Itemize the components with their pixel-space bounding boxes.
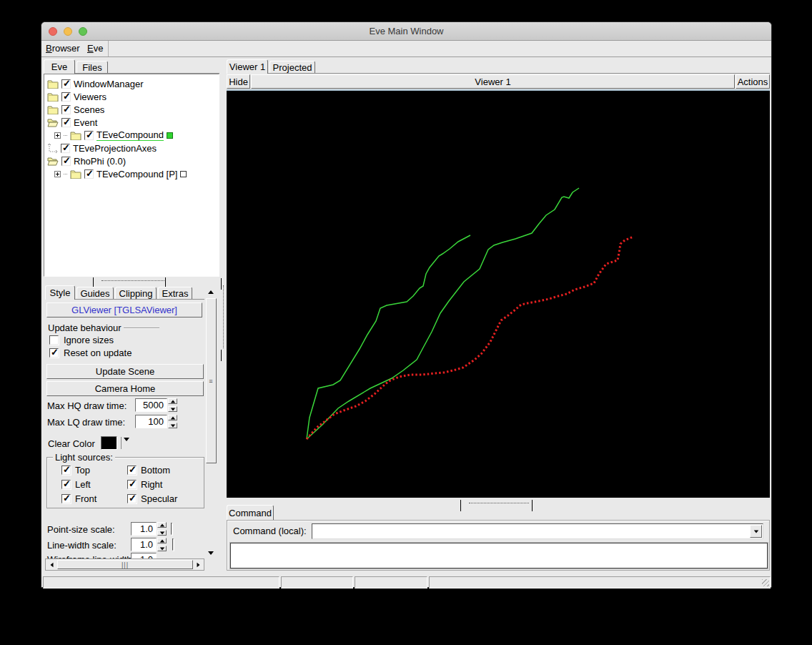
tree-checkbox[interactable] — [61, 144, 70, 153]
scroll-right-icon[interactable] — [193, 560, 203, 569]
light-bottom-checkbox[interactable] — [127, 466, 137, 475]
tab-extras[interactable]: Extras — [158, 287, 192, 300]
spin-down-icon[interactable] — [168, 423, 177, 428]
ignore-sizes-row[interactable]: Ignore sizes — [49, 335, 114, 345]
vscroll-thumb[interactable]: ≡ — [206, 298, 217, 463]
scroll-down-icon[interactable] — [205, 548, 217, 558]
viewer-title-bar[interactable]: Viewer 1 — [251, 74, 735, 89]
reset-on-update-row[interactable]: Reset on update — [49, 348, 132, 358]
splitter-line[interactable] — [102, 280, 164, 281]
tab-style[interactable]: Style — [45, 285, 75, 300]
tab-projected[interactable]: Projected — [269, 61, 315, 74]
light-specular-row[interactable]: Specular — [127, 493, 177, 504]
clear-color-swatch[interactable] — [101, 436, 117, 450]
max-hq-spinner[interactable] — [168, 398, 177, 412]
tree-checkbox[interactable] — [61, 157, 71, 166]
tree-item-teveprojectionaxes[interactable]: TEveProjectionAxes — [47, 142, 217, 154]
tab-viewer1[interactable]: Viewer 1 — [227, 59, 268, 74]
scroll-left-icon[interactable] — [46, 560, 56, 569]
command-combobox[interactable] — [312, 523, 763, 539]
camera-home-button[interactable]: Camera Home — [46, 381, 204, 396]
light-top-checkbox[interactable] — [61, 466, 71, 475]
tree-item-windowmanager[interactable]: WindowManager — [47, 77, 217, 90]
max-lq-input[interactable]: 100 — [135, 415, 167, 428]
splitter-handle-icon[interactable] — [532, 500, 533, 511]
splitter-line[interactable] — [469, 503, 529, 503]
folder-icon — [70, 169, 81, 179]
light-front-row[interactable]: Front — [61, 493, 96, 504]
reset-on-update-checkbox[interactable] — [49, 348, 59, 358]
menu-browser[interactable]: Browser — [46, 43, 80, 54]
light-top-row[interactable]: Top — [61, 465, 90, 476]
light-left-row[interactable]: Left — [61, 479, 91, 490]
minimize-window-icon[interactable] — [64, 27, 72, 36]
tree-checkbox[interactable] — [61, 79, 71, 89]
point-size-label: Point-size scale: — [47, 524, 115, 535]
light-left-checkbox[interactable] — [61, 480, 71, 489]
style-hscrollbar[interactable]: ||| — [45, 558, 204, 571]
vsplitter-line[interactable] — [223, 285, 224, 348]
tree-item-event[interactable]: Event — [47, 116, 217, 129]
point-size-input[interactable]: 1.0 — [131, 522, 157, 536]
combo-dropdown-icon[interactable] — [750, 525, 762, 538]
tree-connector — [64, 135, 67, 136]
tree-item-tevecompound-p[interactable]: TEveCompound [P] — [47, 167, 217, 180]
close-window-icon[interactable] — [49, 27, 57, 36]
ignore-sizes-checkbox[interactable] — [49, 335, 59, 345]
command-input[interactable] — [313, 525, 750, 538]
tree-checkbox[interactable] — [61, 105, 71, 114]
vsplitter-handle-icon[interactable] — [221, 278, 222, 289]
light-front-checkbox[interactable] — [61, 494, 71, 503]
max-hq-input[interactable]: 5000 — [135, 398, 167, 412]
menu-eve[interactable]: Eve — [87, 43, 103, 54]
tree-item-tevecompound[interactable]: TEveCompound — [47, 129, 217, 142]
tab-clipping[interactable]: Clipping — [115, 287, 157, 300]
color-swatch-green[interactable] — [167, 132, 173, 139]
point-size-checkbox[interactable] — [171, 523, 172, 535]
spin-up-icon[interactable] — [157, 522, 167, 528]
splitter-handle-icon[interactable] — [460, 500, 461, 511]
light-right-checkbox[interactable] — [127, 480, 137, 489]
scroll-up-icon[interactable] — [205, 287, 217, 297]
hscroll-thumb[interactable]: ||| — [57, 560, 193, 569]
title-bar[interactable]: Eve Main Window — [41, 22, 771, 41]
spin-up-icon[interactable] — [168, 398, 177, 404]
point-size-spinner[interactable] — [157, 522, 167, 536]
tree-checkbox[interactable] — [61, 118, 71, 127]
tree-item-scenes[interactable]: Scenes — [47, 103, 217, 116]
tab-guides[interactable]: Guides — [76, 287, 114, 300]
line-width-input[interactable]: 1.0 — [131, 538, 157, 551]
tab-eve[interactable]: Eve — [44, 59, 75, 74]
gl-viewport[interactable] — [227, 89, 770, 498]
color-swatch-empty[interactable] — [180, 171, 187, 177]
tree-checkbox[interactable] — [61, 92, 71, 102]
tree-item-viewers[interactable]: Viewers — [47, 90, 217, 103]
expand-plus-icon[interactable] — [54, 171, 61, 177]
line-width-checkbox[interactable] — [172, 538, 174, 551]
tree-checkbox[interactable] — [84, 169, 94, 179]
tree-item-rhophi[interactable]: RhoPhi (0.0) — [47, 154, 217, 167]
light-right-row[interactable]: Right — [127, 479, 162, 490]
update-scene-button[interactable]: Update Scene — [46, 364, 204, 379]
glviewer-button[interactable]: GLViewer [TGLSAViewer] — [46, 302, 202, 317]
line-width-spinner[interactable] — [157, 538, 167, 551]
zoom-window-icon[interactable] — [79, 27, 87, 36]
light-bottom-row[interactable]: Bottom — [127, 465, 170, 476]
tree-checkbox[interactable] — [84, 131, 94, 140]
hide-button[interactable]: Hide — [227, 74, 250, 89]
tab-files[interactable]: Files — [76, 61, 108, 74]
color-dropdown-icon[interactable] — [124, 441, 129, 452]
max-lq-spinner[interactable] — [168, 415, 177, 428]
spin-up-icon[interactable] — [168, 415, 177, 420]
spin-up-icon[interactable] — [157, 538, 167, 543]
light-specular-checkbox[interactable] — [127, 494, 137, 503]
resize-grip-icon[interactable] — [762, 579, 769, 586]
actions-button[interactable]: Actions — [736, 74, 770, 89]
spin-down-icon[interactable] — [157, 546, 167, 551]
expand-plus-icon[interactable] — [54, 132, 61, 139]
spin-down-icon[interactable] — [157, 530, 167, 536]
spin-down-icon[interactable] — [168, 406, 177, 412]
command-output-area[interactable] — [230, 543, 768, 568]
tab-command[interactable]: Command — [227, 505, 274, 520]
vsplitter-handle-icon[interactable] — [221, 350, 222, 360]
